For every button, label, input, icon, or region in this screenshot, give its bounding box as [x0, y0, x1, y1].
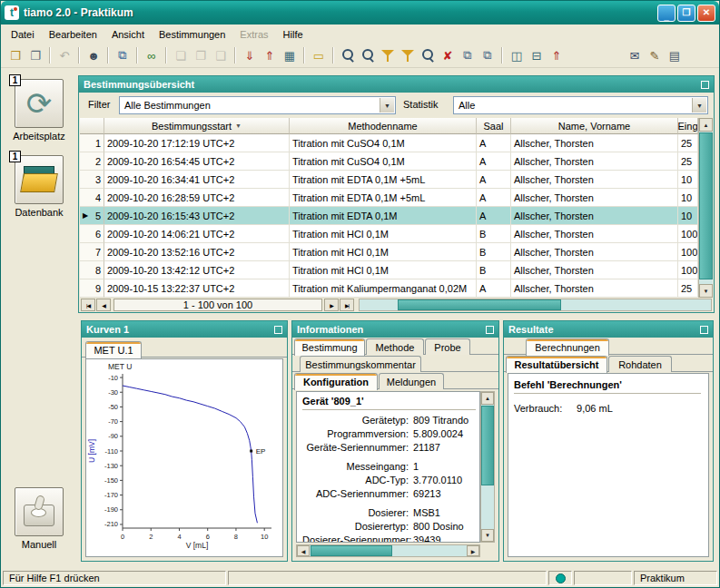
send-up-icon[interactable]: ⇑ [547, 46, 566, 64]
app-icon: t [5, 5, 19, 20]
page-one-icon[interactable]: ⧉ [459, 46, 477, 64]
table-row[interactable]: 42009-10-20 16:28:59 UTC+2Titration mit … [80, 189, 698, 207]
open-icon[interactable]: ❒ [6, 46, 25, 64]
datenbank-button[interactable]: 1 [15, 155, 64, 204]
verbrauch-label: Verbrauch: [514, 403, 574, 414]
print-icon[interactable]: ▤ [666, 46, 684, 64]
statistik-dropdown-arrow-icon[interactable]: ▼ [692, 98, 706, 113]
new-icon[interactable]: ❐ [26, 46, 44, 64]
table-row[interactable]: 92009-10-15 13:22:37 UTC+2Titration mit … [80, 279, 698, 298]
tab-bestimmung[interactable]: Bestimmung [294, 338, 365, 356]
minimize-button[interactable]: _ [657, 5, 676, 22]
info-scroll-left-button[interactable]: ◀ [297, 545, 310, 556]
pager-prev-button[interactable]: ◀ [96, 299, 111, 311]
info-hscroll-thumb[interactable] [311, 545, 392, 556]
config-field-value: 21187 [413, 442, 440, 456]
cell-eing: 25 [678, 134, 698, 152]
close-button[interactable]: ✕ [697, 5, 715, 22]
delete-determination-icon[interactable]: ✘ [439, 46, 457, 64]
scroll-down-button[interactable]: ▼ [699, 284, 713, 298]
titration-curve-chart: -10-30-50-70-90-110-130-150-170-190-2100… [86, 359, 282, 552]
tab-resultatuebersicht[interactable]: Resultatübersicht [506, 356, 607, 373]
curves-panel-maximize-button[interactable] [274, 326, 282, 334]
info-scroll-up-button[interactable]: ▲ [481, 392, 494, 405]
filter-dropdown-arrow-icon[interactable]: ▼ [380, 98, 394, 113]
filter-edit-icon[interactable] [399, 46, 417, 64]
mail-icon[interactable]: ✉ [626, 46, 644, 64]
table-vertical-scrollbar[interactable]: ▲ ▼ [698, 118, 713, 298]
report-edit-icon[interactable]: ✎ [646, 46, 664, 64]
filter-icon[interactable] [379, 46, 397, 64]
toolbar-separator [136, 47, 138, 64]
user-administration-icon[interactable]: ☻ [84, 46, 103, 64]
filter-dropdown[interactable]: Alle Bestimmungen ▼ [119, 96, 396, 114]
info-scroll-right-button[interactable]: ▶ [467, 545, 479, 556]
menu-bestimmungen[interactable]: Bestimmungen [152, 26, 232, 43]
tab-methode[interactable]: Methode [366, 338, 424, 355]
page-two-icon[interactable]: ⧉ [478, 46, 497, 64]
cell-saal: B [477, 243, 511, 261]
sidebar-item-arbeitsplatz[interactable]: 1 ⟳ Arbeitsplatz [1, 79, 77, 142]
manuell-button[interactable] [15, 487, 64, 536]
svg-text:8: 8 [234, 533, 238, 541]
sidebar-item-datenbank[interactable]: 1 Datenbank [1, 155, 77, 218]
export-icon[interactable]: ⇑ [261, 46, 279, 64]
results-panel-maximize-button[interactable] [700, 326, 708, 334]
layout-vertical-icon[interactable]: ⊟ [528, 46, 546, 64]
column-header-bestimmungsstart[interactable]: Bestimmungsstart ▼ [104, 118, 290, 134]
tab-berechnungen[interactable]: Berechnungen [526, 338, 609, 356]
table-header: Bestimmungsstart ▼ Methodenname Saal Nam… [80, 118, 698, 134]
archive-folder-icon[interactable]: ▭ [310, 46, 328, 64]
column-header-eing[interactable]: Eing [678, 118, 698, 134]
table-icon[interactable]: ▦ [281, 46, 299, 64]
search-filter-icon[interactable] [359, 46, 377, 64]
tab-meldungen[interactable]: Meldungen [379, 373, 444, 389]
pager-last-button[interactable]: ▶| [340, 299, 354, 311]
menu-hilfe[interactable]: Hilfe [276, 26, 311, 43]
link-icon[interactable]: ∞ [143, 46, 161, 64]
pager-next-button[interactable]: ▶ [324, 299, 339, 311]
info-vscroll-thumb[interactable] [481, 406, 494, 485]
table-row[interactable]: 72009-10-20 13:52:16 UTC+2Titration mit … [80, 243, 698, 261]
menu-ansicht[interactable]: Ansicht [104, 26, 152, 43]
column-header-saal[interactable]: Saal [477, 118, 511, 134]
scroll-up-button[interactable]: ▲ [699, 118, 713, 132]
info-horizontal-scrollbar[interactable]: ◀ ▶ [296, 544, 480, 557]
tab-bestimmungskommentar[interactable]: Bestimmungskommentar [300, 356, 421, 372]
table-horizontal-scrollbar[interactable] [359, 299, 712, 311]
sidebar-item-manuell[interactable]: Manuell [1, 487, 77, 550]
copy-icon[interactable]: ⧉ [113, 46, 132, 64]
vertical-scrollbar-thumb[interactable] [699, 132, 713, 279]
search-subset-icon[interactable] [419, 46, 437, 64]
arbeitsplatz-button[interactable]: 1 ⟳ [15, 79, 64, 128]
search-icon[interactable] [339, 46, 357, 64]
table-row[interactable]: 12009-10-20 17:12:19 UTC+2Titration mit … [80, 134, 698, 152]
info-vertical-scrollbar[interactable]: ▲ ▼ [480, 391, 495, 543]
statistik-dropdown[interactable]: Alle ▼ [453, 96, 708, 114]
table-row[interactable]: ▶52009-10-20 16:15:43 UTC+2Titration mit… [80, 207, 698, 225]
table-row[interactable]: 62009-10-20 14:06:21 UTC+2Titration mit … [80, 225, 698, 243]
column-header-methodenname[interactable]: Methodenname [290, 118, 477, 134]
menu-extras: Extras [232, 26, 275, 43]
tab-rohdaten[interactable]: Rohdaten [608, 356, 672, 372]
table-row[interactable]: 22009-10-20 16:54:45 UTC+2Titration mit … [80, 152, 698, 171]
tab-probe[interactable]: Probe [425, 338, 470, 355]
pager-range-text: 1 - 100 von 100 [113, 299, 322, 311]
title-bar[interactable]: t tiamo 2.0 - Praktikum _ ❐ ✕ [1, 1, 719, 24]
menu-datei[interactable]: Datei [4, 26, 42, 43]
table-row[interactable]: 82009-10-20 13:42:12 UTC+2Titration mit … [80, 261, 698, 279]
overview-panel-maximize-button[interactable] [701, 81, 709, 89]
menu-bearbeiten[interactable]: Bearbeiten [42, 26, 104, 43]
maximize-button[interactable]: ❐ [677, 5, 695, 22]
horizontal-scrollbar-thumb[interactable] [398, 299, 561, 310]
layout-horizontal-icon[interactable]: ◫ [508, 46, 526, 64]
info-scroll-down-button[interactable]: ▼ [481, 529, 494, 542]
svg-text:-90: -90 [108, 432, 118, 440]
table-row[interactable]: 32009-10-20 16:34:41 UTC+2Titration mit … [80, 171, 698, 189]
pager-first-button[interactable]: |◀ [81, 299, 95, 311]
tab-konfiguration[interactable]: Konfiguration [294, 373, 378, 390]
column-header-name-vorname[interactable]: Name, Vorname [511, 118, 678, 134]
information-panel-maximize-button[interactable] [486, 326, 494, 334]
import-icon[interactable]: ⇓ [241, 46, 259, 64]
tab-met-u1[interactable]: MET U.1 [85, 341, 142, 358]
